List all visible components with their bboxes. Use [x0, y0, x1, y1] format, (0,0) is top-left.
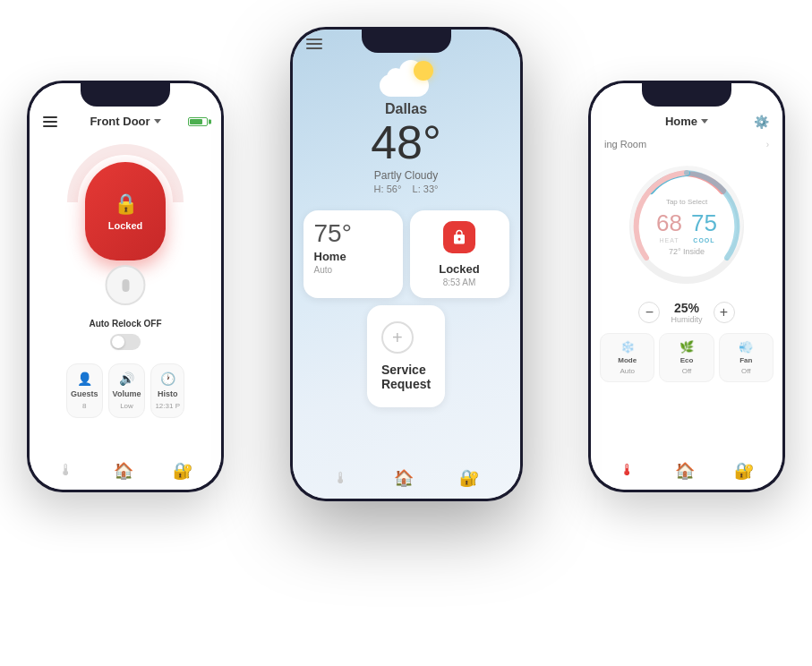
home-temp-card[interactable]: 75° Home Auto — [303, 210, 403, 298]
volume-tile[interactable]: 🔊 Volume Low — [108, 363, 146, 418]
room-label: ing Room — [604, 139, 646, 149]
fan-tile[interactable]: 💨 Fan Off — [719, 333, 774, 382]
fan-icon: 💨 — [739, 340, 753, 354]
heat-label: HEAT — [656, 237, 682, 243]
phone-left: Front Door 🔒 Locked Auto Relock OFF — [27, 81, 224, 492]
phone-right: Home ⚙️ ing Room › — [588, 81, 785, 492]
eco-label: Eco — [680, 356, 694, 364]
thermo-nav: 🌡 🏠 🔐 — [591, 461, 782, 481]
weather-low: L: 33° — [413, 184, 439, 194]
center-nav-thermo[interactable]: 🌡 — [333, 469, 349, 488]
thermo-cool: 75 COOL — [691, 209, 717, 243]
home-card-label: Home — [314, 250, 392, 263]
room-row: ing Room › — [591, 133, 782, 155]
humidity-decrease-button[interactable]: − — [638, 302, 660, 323]
auto-relock-toggle[interactable] — [110, 334, 141, 350]
settings-gear-icon[interactable]: ⚙️ — [754, 115, 769, 129]
home-temp-value: 75° — [314, 221, 392, 246]
thermo-numbers: 68 HEAT 75 COOL — [656, 209, 717, 243]
eco-tile[interactable]: 🌿 Eco Off — [659, 333, 714, 382]
battery-indicator — [188, 117, 208, 126]
chevron-down-icon[interactable] — [154, 119, 161, 124]
thermo-nav-thermo[interactable]: 🌡 — [620, 461, 636, 481]
mode-icon: ❄️ — [620, 340, 635, 354]
home-screen: Dallas 48° Partly Cloudy H: 56° L: 33° 7… — [293, 30, 520, 499]
thermo-nav-lock[interactable]: 🔐 — [734, 461, 754, 481]
weather-condition: Partly Cloudy — [374, 169, 438, 182]
center-nav: 🌡 🏠 🔐 — [293, 468, 520, 488]
guests-value: 8 — [82, 402, 86, 410]
home-card-sub: Auto — [314, 265, 392, 275]
thermo-chevron-icon[interactable] — [701, 119, 708, 124]
volume-value: Low — [120, 402, 133, 410]
weather-high: H: 56° — [374, 184, 402, 194]
guests-tile[interactable]: 👤 Guests 8 — [66, 363, 103, 418]
service-label-text: Service Request — [381, 363, 431, 391]
notch-left — [81, 83, 170, 107]
heat-temp-value: 68 — [656, 209, 682, 237]
thermo-screen: Home ⚙️ ing Room › — [591, 83, 782, 490]
home-cards: 75° Home Auto Locked 8:53 AM — [293, 210, 520, 298]
center-nav-home[interactable]: 🏠 — [394, 468, 414, 488]
service-plus-icon: + — [381, 321, 414, 354]
thermo-title-text: Home — [665, 115, 697, 128]
thermo-circle-wrap[interactable]: Tap to Select 68 HEAT 75 COOL 72° Inside — [591, 159, 782, 294]
guests-label: Guests — [71, 389, 98, 398]
history-tile[interactable]: 🕐 Histo 12:31 P — [150, 363, 184, 418]
weather-city: Dallas — [385, 101, 427, 117]
nav-home-icon[interactable]: 🏠 — [114, 461, 133, 481]
room-chevron-icon[interactable]: › — [766, 140, 769, 149]
history-icon: 🕐 — [160, 371, 175, 386]
humidity-label: Humidity — [671, 315, 702, 324]
volume-icon: 🔊 — [119, 371, 134, 386]
locked-icon-wrap — [443, 221, 475, 253]
inside-temp-label: 72° Inside — [669, 247, 705, 256]
lock-bottom-tiles: 👤 Guests 8 🔊 Volume Low 🕐 Histo 12:31 P — [57, 363, 193, 418]
service-label: Service — [381, 363, 426, 377]
sun-icon — [414, 61, 433, 81]
center-hamburger-icon[interactable] — [306, 38, 322, 49]
locked-card-label: Locked — [439, 262, 480, 276]
locked-card-icon — [451, 229, 467, 245]
lock-nav: 🌡 🏠 🔐 — [30, 461, 221, 481]
weather-temperature: 48° — [371, 119, 441, 166]
thermo-title: Home — [665, 115, 708, 128]
humidity-increase-button[interactable]: + — [714, 302, 735, 323]
locked-card[interactable]: Locked 8:53 AM — [410, 210, 509, 298]
lock-icon: 🔒 — [114, 192, 138, 216]
fan-label: Fan — [739, 356, 752, 364]
locked-card-time: 8:53 AM — [443, 278, 476, 287]
lock-visual: 🔒 Locked — [63, 144, 188, 305]
notch-right — [642, 83, 731, 107]
service-sub: Request — [381, 377, 431, 391]
eco-icon: 🌿 — [680, 340, 694, 354]
weather-range: H: 56° L: 33° — [374, 184, 439, 194]
lock-button[interactable]: 🔒 Locked — [85, 162, 166, 260]
service-card[interactable]: + Service Request — [367, 305, 445, 407]
nav-thermo-icon[interactable]: 🌡 — [58, 461, 74, 481]
hamburger-icon[interactable] — [43, 116, 57, 127]
thermo-header: Home ⚙️ — [591, 115, 782, 128]
volume-label: Volume — [113, 389, 141, 398]
humidity-value: 25% Humidity — [671, 301, 702, 324]
history-value: 12:31 P — [155, 402, 180, 410]
notch-center — [362, 30, 451, 53]
mode-tile[interactable]: ❄️ Mode Auto — [600, 333, 654, 382]
phone-center: Dallas 48° Partly Cloudy H: 56° L: 33° 7… — [290, 27, 523, 501]
history-label: Histo — [158, 389, 178, 398]
guests-icon: 👤 — [77, 371, 92, 386]
nav-lock-icon[interactable]: 🔐 — [173, 461, 192, 481]
door-title-text: Front Door — [90, 115, 150, 128]
weather-icon — [380, 61, 433, 97]
humidity-row: − 25% Humidity + — [591, 301, 782, 324]
thermo-tiles: ❄️ Mode Auto 🌿 Eco Off 💨 Fan Off — [591, 333, 782, 382]
fan-value: Off — [741, 367, 751, 375]
lock-screen: Front Door 🔒 Locked Auto Relock OFF — [30, 83, 221, 490]
lock-header: Front Door — [30, 115, 221, 128]
center-nav-lock[interactable]: 🔐 — [459, 468, 479, 488]
thermo-values: Tap to Select 68 HEAT 75 COOL 72° Inside — [656, 198, 717, 256]
door-title: Front Door — [90, 115, 160, 128]
lock-status: Locked — [108, 220, 143, 231]
thermo-nav-home[interactable]: 🏠 — [675, 461, 695, 481]
thermo-tap-label: Tap to Select — [666, 198, 707, 206]
